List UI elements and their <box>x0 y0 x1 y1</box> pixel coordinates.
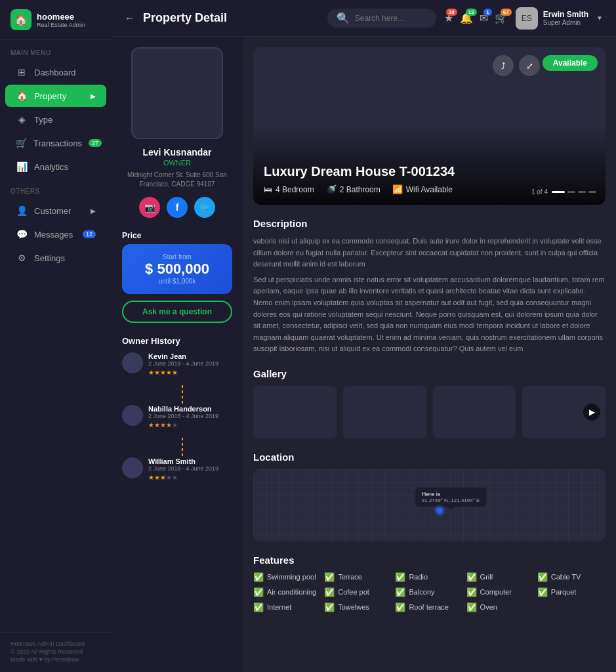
sidebar-item-analytics[interactable]: 📊 Analytics <box>5 156 106 178</box>
bathroom-label: 2 Bathroom <box>340 185 380 194</box>
feature-roof-terrace: ✅ Roof terrace <box>395 602 463 612</box>
history-stars-3: ★★★★★ <box>148 474 232 481</box>
expand-button[interactable]: ⤢ <box>519 55 540 76</box>
cart-badge: 67 <box>501 9 512 16</box>
location-map: Here is 31.2749° N, 121.4194° E <box>253 469 606 541</box>
feature-label: Balcony <box>409 588 434 596</box>
dot-2 <box>567 191 575 193</box>
sidebar-label-type: Type <box>34 115 52 125</box>
check-icon: ✅ <box>395 572 405 582</box>
notifications-button[interactable]: 🔔 12 <box>460 12 473 24</box>
price-amount: $ 500,000 <box>131 261 223 278</box>
user-avatar[interactable]: ES Erwin Smith Super Admin ▼ <box>516 7 603 30</box>
gallery-item-3[interactable] <box>433 386 516 438</box>
features-title: Features <box>253 555 606 566</box>
search-input[interactable] <box>355 14 427 23</box>
feature-label: Swimming pool <box>267 573 316 581</box>
feature-label: Cofee pot <box>338 588 369 596</box>
dot-3 <box>578 191 586 193</box>
history-avatar-1 <box>122 352 143 373</box>
gallery-item-2[interactable] <box>343 386 426 438</box>
cart-button[interactable]: 🛒 67 <box>495 12 508 24</box>
owner-role: OWNER <box>163 159 191 167</box>
sidebar-label-settings: Settings <box>34 253 65 263</box>
image-pagination: 1 of 4 <box>531 188 596 196</box>
feature-label: Computer <box>480 588 512 596</box>
sidebar-item-settings[interactable]: ⚙ Settings <box>5 247 106 269</box>
price-until: until $1,000k <box>131 278 223 285</box>
settings-icon: ⚙ <box>16 253 28 263</box>
history-avatar-3 <box>122 457 143 478</box>
topbar-icons: ★ 38 🔔 12 ✉ 1 🛒 67 <box>444 12 508 24</box>
avatar-dropdown-icon: ▼ <box>596 14 603 22</box>
user-role: Super Admin <box>543 19 588 26</box>
gallery-next-button[interactable]: ▶ <box>583 404 600 421</box>
notifications-badge: 12 <box>466 9 477 16</box>
sidebar: 🏠 hoomeee Real Estate Admin Main Menu ⊞ … <box>0 0 112 672</box>
history-item-2: Nabilla Handerson 2 June 2018 - 4 June 2… <box>122 405 232 429</box>
instagram-button[interactable]: 📷 <box>139 197 160 218</box>
bedroom-label: 4 Bedroom <box>276 185 314 194</box>
search-icon: 🔍 <box>337 12 350 24</box>
ask-question-button[interactable]: Ask me a question <box>122 301 232 323</box>
sidebar-item-dashboard[interactable]: ⊞ Dashboard <box>5 61 106 83</box>
gallery-title: Gallery <box>253 368 606 379</box>
gallery-item-4[interactable]: ▶ <box>522 386 606 438</box>
history-stars-2: ★★★★★ <box>148 421 232 429</box>
check-icon: ✅ <box>253 572 264 582</box>
sidebar-logo: 🏠 hoomeee Real Estate Admin <box>0 0 112 40</box>
history-item-3: William Smith 2 June 2018 - 4 June 2019 … <box>122 457 232 481</box>
messages-button[interactable]: ✉ 1 <box>480 12 488 24</box>
dot-1 <box>552 191 565 193</box>
transactions-badge: 27 <box>89 139 102 147</box>
footer-copy: © 2020 All Rights Reserved <box>10 648 101 655</box>
favorites-button[interactable]: ★ 38 <box>444 12 453 24</box>
gallery-item-1[interactable] <box>253 386 337 438</box>
feature-oven: ✅ Oven <box>466 602 535 612</box>
map-coordinates: 31.2749° N, 121.4194° E <box>422 497 480 503</box>
check-icon: ✅ <box>324 572 335 582</box>
twitter-button[interactable]: 🐦 <box>194 197 215 218</box>
sidebar-item-property[interactable]: 🏠 Property ▶ <box>5 85 106 107</box>
search-bar[interactable]: 🔍 <box>327 9 436 28</box>
property-title: Luxury Dream House T-001234 <box>264 164 595 179</box>
history-date-2: 2 June 2018 - 4 June 2019 <box>148 413 232 419</box>
sidebar-label-property: Property <box>34 91 66 101</box>
feature-label: Terrace <box>338 573 362 581</box>
map-pin-label: Here is <box>422 491 480 497</box>
check-icon: ✅ <box>253 587 264 597</box>
feature-radio: ✅ Radio <box>395 572 463 582</box>
dot-4 <box>588 191 596 193</box>
features-grid: ✅ Swimming pool ✅ Terrace ✅ Radio ✅ Gril… <box>253 572 606 612</box>
facebook-icon: f <box>176 202 179 213</box>
footer-credit: Made with ♥ by Peterdraw <box>10 656 101 663</box>
history-item-1: Kevin Jean 2 June 2018 - 4 June 2019 ★★★… <box>122 352 232 376</box>
share-button[interactable]: ⤴ <box>493 55 514 76</box>
history-name-1: Kevin Jean <box>148 352 232 360</box>
sidebar-item-messages[interactable]: 💬 Messages 12 <box>5 223 106 245</box>
feature-parquet: ✅ Parquet <box>537 587 606 597</box>
property-image <box>131 47 223 139</box>
main-area: ← Property Detail 🔍 ★ 38 🔔 12 ✉ 1 🛒 67 <box>112 0 616 672</box>
check-icon: ✅ <box>324 587 335 597</box>
check-icon: ✅ <box>253 602 264 612</box>
dashboard-icon: ⊞ <box>16 67 28 77</box>
sidebar-item-transactions[interactable]: 🛒 Transactions 27 <box>5 132 106 154</box>
sidebar-item-customer[interactable]: 👤 Customer ▶ <box>5 200 106 222</box>
sidebar-item-type[interactable]: ◈ Type <box>5 108 106 131</box>
pagination-label: 1 of 4 <box>531 188 548 196</box>
topbar: ← Property Detail 🔍 ★ 38 🔔 12 ✉ 1 🛒 67 <box>112 0 616 37</box>
feature-label: Parquet <box>551 588 577 596</box>
back-button[interactable]: ← <box>125 12 135 24</box>
feature-label: Air conditioning <box>267 588 316 596</box>
app-subtitle: Real Estate Admin <box>37 22 85 28</box>
favorites-badge: 38 <box>446 9 457 16</box>
owner-history-label: Owner History <box>122 336 180 346</box>
bathroom-feature: 🚿 2 Bathroom <box>326 184 380 194</box>
history-date-1: 2 June 2018 - 4 June 2019 <box>148 360 232 367</box>
description-para1: vaboris nisi ut aliquip ex ea commodo co… <box>253 236 606 270</box>
logo-icon: 🏠 <box>10 9 31 30</box>
feature-coffee-pot: ✅ Cofee pot <box>324 587 392 597</box>
facebook-button[interactable]: f <box>167 197 188 218</box>
features-section: Features ✅ Swimming pool ✅ Terrace ✅ Rad… <box>253 555 606 612</box>
